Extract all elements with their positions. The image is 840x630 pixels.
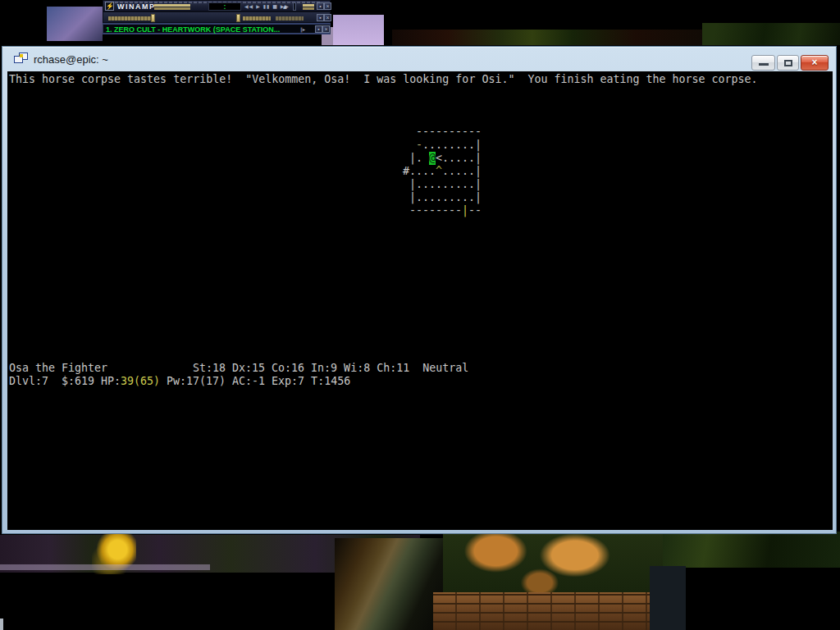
terminal-text-segment: ---------- (416, 126, 482, 139)
terminal-text-segment: Pw:17(17) AC:-1 Exp:7 T:1456 (160, 375, 350, 388)
winamp-playlist-current-track[interactable]: 1. ZERO CULT - HEARTWORK (SPACE STATION.… (106, 25, 299, 34)
desktop-photo-fragment-dry-leaves (443, 529, 663, 598)
terminal-text-segment: #.... (403, 165, 436, 178)
desktop-photo-fragment-edge-notch (0, 619, 3, 630)
terminal-text-segment: |.........| (409, 178, 482, 191)
desktop-photo-fragment-pale-strip-left (0, 564, 210, 570)
nethack-screen: This horse corpse tastes terrible! "Velk… (7, 71, 833, 530)
desktop-photo-fragment-foliage-topright (702, 23, 840, 45)
desktop-photo-fragment-sky-left (47, 7, 103, 41)
winamp-playlist-marker-icon: ‖▸ (300, 26, 305, 32)
terminal-client-area[interactable]: This horse corpse tastes terrible! "Velk… (7, 71, 833, 530)
terminal-text-segment: Dlvl:7 $:619 HP: (9, 375, 121, 388)
winamp-eq-thumb[interactable] (151, 14, 155, 22)
window-title: rchase@epic: ~ (34, 53, 108, 66)
desktop-photo-fragment-lavender (333, 15, 384, 45)
close-button[interactable]: × (801, 55, 829, 71)
winamp-eq-track[interactable] (108, 16, 151, 21)
winamp-eject-button[interactable]: ▲ (283, 3, 287, 9)
terminal-text-segment: This horse corpse tastes terrible! "Velk… (9, 73, 758, 86)
winamp-playlist-shade-toggle-button[interactable]: ▪ (315, 25, 322, 33)
desktop-photo-fragment-brick-box (433, 592, 653, 630)
terminal-text-segment: .....| (442, 165, 482, 178)
terminal-text-segment: |.........| (409, 191, 482, 204)
winamp-eq-shade[interactable]: ▪ × (103, 11, 331, 23)
winamp-time-display: : (208, 2, 241, 11)
winamp-eq-close-button[interactable]: × (324, 14, 331, 21)
putty-icon (14, 52, 29, 66)
desktop-photo-fragment-foliage-bottomright (663, 532, 840, 568)
terminal-text-segment: <.....| (436, 152, 482, 165)
winamp-shade-bar (154, 4, 190, 10)
winamp-playlist-close-button[interactable]: × (322, 25, 330, 33)
terminal-text-segment: St:18 Dx:15 Co:16 In:9 Wi:8 Ch:11 Neutra… (193, 362, 468, 375)
terminal-text-segment: | (462, 204, 468, 217)
winamp-close-button[interactable]: × (324, 2, 331, 10)
terminal-text-segment: Osa the Fighter (9, 362, 107, 375)
winamp-balance-track[interactable] (243, 16, 271, 21)
winamp-logo-icon: ⚡ (105, 2, 114, 11)
restore-button[interactable] (777, 55, 799, 71)
winamp-shade-bar-2 (303, 4, 314, 10)
winamp-playlist-shade[interactable]: 1. ZERO CULT - HEARTWORK (SPACE STATION.… (103, 23, 331, 34)
desktop-photo-fragment-dim-foliage-strip (392, 30, 704, 45)
winamp-eq-track-2[interactable] (276, 16, 304, 21)
winamp-mini-slider[interactable] (293, 2, 296, 11)
putty-window: rchase@epic: ~ × This horse corpse taste… (2, 46, 837, 534)
terminal-text-segment: -------- (409, 204, 462, 217)
winamp-title: WINAMP (117, 2, 156, 11)
winamp-main-shade[interactable]: ⚡ WINAMP : ◀◀ ▶ ▮▮ ■ ▶▶ ▲ • × (103, 0, 331, 11)
desktop-photo-fragment-slate (650, 566, 686, 630)
terminal-text-segment: 39(65) (121, 375, 160, 388)
terminal-text-segment: |. (409, 152, 422, 165)
terminal-text-segment: ........| (422, 139, 482, 152)
winamp-balance-thumb[interactable] (236, 14, 240, 22)
player-character: @ (429, 152, 436, 165)
terminal-text-segment: -- (468, 204, 482, 217)
window-titlebar[interactable]: rchase@epic: ~ × (2, 47, 836, 71)
terminal-text-segment: ^ (436, 165, 442, 178)
winamp-shade-toggle-button[interactable]: • (317, 2, 324, 10)
winamp-eq-shade-toggle-button[interactable]: ▪ (317, 14, 324, 21)
winamp-window[interactable]: ⚡ WINAMP : ◀◀ ▶ ▮▮ ■ ▶▶ ▲ • × ▪ × 1. ZER… (103, 0, 331, 34)
terminal-text-segment: - (416, 139, 422, 152)
desktop-photo-fragment-mossy-wood (335, 538, 443, 630)
minimize-button[interactable] (751, 55, 775, 71)
